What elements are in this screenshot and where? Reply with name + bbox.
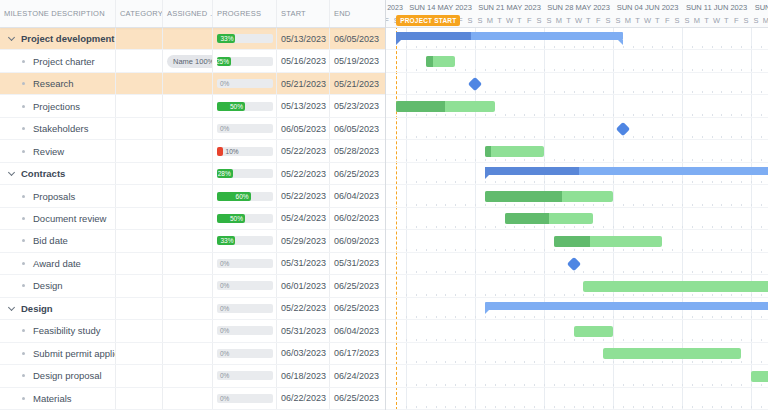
milestone-name-cell[interactable]: Projections — [0, 95, 116, 116]
assigned-cell[interactable] — [163, 275, 213, 296]
milestone-name-cell[interactable]: Document review — [0, 208, 116, 229]
category-cell[interactable] — [116, 28, 163, 49]
category-cell[interactable] — [116, 208, 163, 229]
milestone-diamond[interactable] — [566, 257, 580, 271]
category-cell[interactable] — [116, 253, 163, 274]
progress-cell[interactable]: 33% — [213, 28, 277, 49]
progress-cell[interactable]: 10% — [213, 140, 277, 161]
assigned-cell[interactable] — [163, 298, 213, 319]
progress-cell[interactable]: 0% — [213, 320, 277, 341]
progress-cell[interactable]: 0% — [213, 118, 277, 139]
category-cell[interactable] — [116, 298, 163, 319]
task-bar[interactable] — [574, 326, 613, 337]
assigned-cell[interactable] — [163, 230, 213, 251]
task-bar[interactable] — [583, 281, 768, 292]
start-date-cell[interactable]: 05/22/2023 — [277, 140, 330, 161]
milestone-name-cell[interactable]: Design — [0, 275, 116, 296]
category-cell[interactable] — [116, 163, 163, 184]
milestone-name-cell[interactable]: Feasibility study — [0, 320, 116, 341]
assigned-cell[interactable] — [163, 95, 213, 116]
task-bar[interactable] — [396, 101, 495, 112]
assigned-cell[interactable] — [163, 118, 213, 139]
summary-bar[interactable] — [396, 32, 623, 40]
category-cell[interactable] — [116, 140, 163, 161]
milestone-name-cell[interactable]: Contracts — [0, 163, 116, 184]
milestone-diamond[interactable] — [468, 77, 482, 91]
start-date-cell[interactable]: 05/29/2023 — [277, 230, 330, 251]
end-date-cell[interactable]: 06/04/2023 — [330, 185, 385, 206]
category-cell[interactable] — [116, 275, 163, 296]
assignee-badge[interactable]: Name 100% — [167, 55, 213, 68]
milestone-name-cell[interactable]: Proposals — [0, 185, 116, 206]
end-date-cell[interactable]: 06/25/2023 — [330, 275, 385, 296]
end-date-cell[interactable]: 05/19/2023 — [330, 50, 385, 71]
assigned-cell[interactable] — [163, 73, 213, 94]
progress-cell[interactable]: 0% — [213, 298, 277, 319]
progress-cell[interactable]: 33% — [213, 230, 277, 251]
progress-cell[interactable]: 0% — [213, 73, 277, 94]
start-date-cell[interactable]: 06/01/2023 — [277, 275, 330, 296]
summary-bar[interactable] — [485, 302, 768, 310]
start-date-cell[interactable]: 05/24/2023 — [277, 208, 330, 229]
task-bar[interactable] — [505, 213, 594, 224]
milestone-name-cell[interactable]: Award date — [0, 253, 116, 274]
task-bar[interactable] — [485, 191, 613, 202]
assigned-cell[interactable] — [163, 388, 213, 409]
task-bar[interactable] — [603, 348, 741, 359]
category-cell[interactable] — [116, 230, 163, 251]
category-cell[interactable] — [116, 50, 163, 71]
assigned-cell[interactable] — [163, 365, 213, 386]
task-bar[interactable] — [751, 371, 768, 382]
chevron-down-icon[interactable] — [8, 34, 15, 41]
assigned-cell[interactable] — [163, 185, 213, 206]
milestone-name-cell[interactable]: Project development — [0, 28, 116, 49]
milestone-name-cell[interactable]: Stakeholders — [0, 118, 116, 139]
category-cell[interactable] — [116, 388, 163, 409]
task-bar[interactable] — [554, 236, 662, 247]
assigned-cell[interactable] — [163, 343, 213, 364]
milestone-name-cell[interactable]: Materials — [0, 388, 116, 409]
end-date-cell[interactable]: 06/25/2023 — [330, 163, 385, 184]
category-cell[interactable] — [116, 118, 163, 139]
category-cell[interactable] — [116, 185, 163, 206]
start-date-cell[interactable]: 05/22/2023 — [277, 185, 330, 206]
assigned-cell[interactable] — [163, 320, 213, 341]
assigned-cell[interactable] — [163, 163, 213, 184]
start-date-cell[interactable]: 05/31/2023 — [277, 253, 330, 274]
start-date-cell[interactable]: 06/05/2023 — [277, 118, 330, 139]
progress-cell[interactable]: 50% — [213, 208, 277, 229]
task-bar[interactable] — [426, 56, 456, 67]
chevron-down-icon[interactable] — [8, 304, 15, 311]
start-date-cell[interactable]: 06/18/2023 — [277, 365, 330, 386]
assigned-cell[interactable]: Name 100% — [163, 50, 213, 71]
progress-cell[interactable]: 0% — [213, 275, 277, 296]
progress-cell[interactable]: 0% — [213, 253, 277, 274]
category-cell[interactable] — [116, 343, 163, 364]
progress-cell[interactable]: 0% — [213, 365, 277, 386]
start-date-cell[interactable]: 05/16/2023 — [277, 50, 330, 71]
milestone-name-cell[interactable]: Project charter — [0, 50, 116, 71]
end-date-cell[interactable]: 06/05/2023 — [330, 118, 385, 139]
start-date-cell[interactable]: 05/22/2023 — [277, 298, 330, 319]
category-cell[interactable] — [116, 320, 163, 341]
assigned-cell[interactable] — [163, 208, 213, 229]
progress-cell[interactable]: 0% — [213, 388, 277, 409]
start-date-cell[interactable]: 05/31/2023 — [277, 320, 330, 341]
start-date-cell[interactable]: 05/13/2023 — [277, 95, 330, 116]
assigned-cell[interactable] — [163, 253, 213, 274]
end-date-cell[interactable]: 06/25/2023 — [330, 388, 385, 409]
category-cell[interactable] — [116, 365, 163, 386]
end-date-cell[interactable]: 06/05/2023 — [330, 28, 385, 49]
milestone-name-cell[interactable]: Review — [0, 140, 116, 161]
end-date-cell[interactable]: 06/09/2023 — [330, 230, 385, 251]
progress-cell[interactable]: 0% — [213, 343, 277, 364]
progress-cell[interactable]: 28% — [213, 163, 277, 184]
start-date-cell[interactable]: 05/22/2023 — [277, 163, 330, 184]
start-date-cell[interactable]: 06/03/2023 — [277, 343, 330, 364]
assigned-cell[interactable] — [163, 140, 213, 161]
progress-cell[interactable]: 25% — [213, 50, 277, 71]
start-date-cell[interactable]: 05/21/2023 — [277, 73, 330, 94]
end-date-cell[interactable]: 05/23/2023 — [330, 95, 385, 116]
category-cell[interactable] — [116, 95, 163, 116]
milestone-diamond[interactable] — [616, 122, 630, 136]
